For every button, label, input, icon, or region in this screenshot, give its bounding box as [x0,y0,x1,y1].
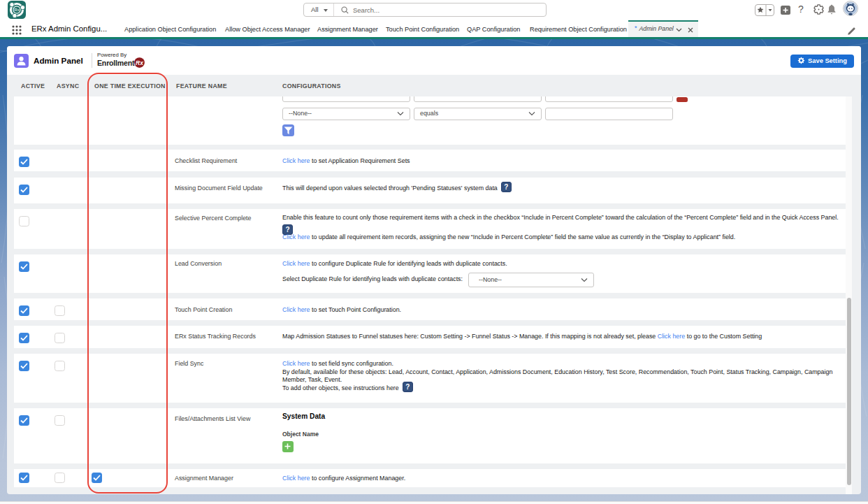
svg-text:Rx: Rx [136,59,144,66]
svg-text:Rx: Rx [14,8,19,12]
svg-text:Enrollment: Enrollment [97,59,135,67]
